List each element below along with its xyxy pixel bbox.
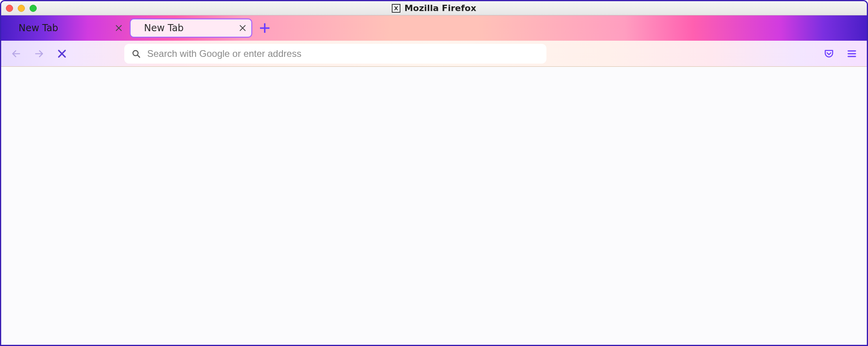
new-tab-button[interactable] — [258, 21, 272, 35]
tab-close-button[interactable] — [238, 23, 247, 33]
window-controls — [6, 5, 37, 12]
window-title-text: Mozilla Firefox — [404, 3, 476, 13]
forward-button[interactable] — [31, 46, 47, 62]
tab-1[interactable]: New Tab — [130, 19, 252, 38]
window-minimize-button[interactable] — [18, 5, 25, 12]
app-menu-button[interactable] — [844, 46, 860, 62]
tab-strip: New Tab New Tab — [1, 15, 867, 41]
hamburger-icon — [846, 48, 857, 59]
nav-toolbar — [1, 41, 867, 67]
stop-icon — [56, 48, 67, 59]
stop-reload-button[interactable] — [54, 46, 70, 62]
tab-label: New Tab — [144, 23, 184, 34]
window-title: X Mozilla Firefox — [392, 3, 476, 13]
address-bar[interactable] — [124, 44, 546, 64]
plus-icon — [258, 21, 272, 35]
tab-label: New Tab — [19, 23, 58, 34]
close-icon — [238, 23, 247, 33]
forward-icon — [34, 49, 44, 59]
tab-0[interactable]: New Tab — [5, 19, 127, 38]
back-icon — [11, 49, 21, 59]
tab-close-button[interactable] — [114, 23, 123, 33]
address-input[interactable] — [147, 48, 539, 59]
page-content — [1, 67, 867, 345]
search-icon — [131, 49, 141, 58]
save-to-pocket-button[interactable] — [821, 46, 837, 62]
toolbar-right — [821, 46, 860, 62]
window-close-button[interactable] — [6, 5, 13, 12]
window-maximize-button[interactable] — [30, 5, 37, 12]
svg-line-11 — [138, 55, 140, 57]
back-button[interactable] — [8, 46, 24, 62]
app-icon: X — [392, 4, 400, 13]
browser-window: X Mozilla Firefox New Tab New Tab — [0, 0, 868, 346]
pocket-icon — [823, 48, 834, 59]
svg-point-10 — [133, 51, 138, 56]
close-icon — [114, 23, 123, 33]
titlebar: X Mozilla Firefox — [1, 1, 867, 15]
